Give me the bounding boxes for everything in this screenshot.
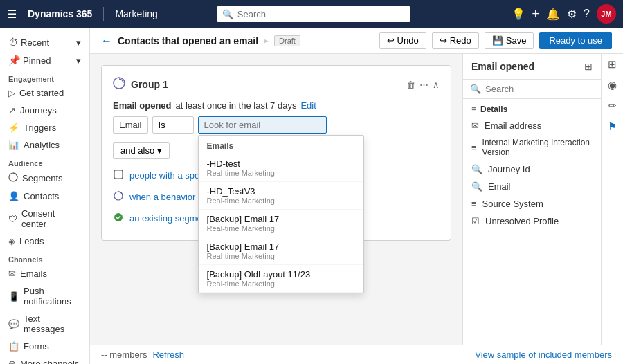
save-label: Save [506,35,527,46]
back-button[interactable]: ← [101,35,112,47]
segments-icon [8,172,18,184]
lightbulb-icon[interactable]: 💡 [512,8,525,21]
list-item[interactable]: [Backup] OldLayout 11/23 Real-time Marke… [199,265,363,293]
clock-icon: ⏱ [8,37,18,48]
email-filter-input[interactable] [198,116,327,134]
filter-label: Email [113,116,148,134]
edit-link[interactable]: Edit [300,100,316,111]
sms-icon: 💬 [8,319,19,329]
save-button[interactable]: 💾 Save [485,32,534,49]
refresh-link[interactable]: Refresh [152,349,184,360]
page-title: Contacts that opened an email [118,35,258,46]
sidebar-item-analytics[interactable]: 📊 Analytics [0,136,89,154]
sidebar-item-pinned[interactable]: 📌 Pinned ▾ [0,51,89,69]
and-also-button[interactable]: and also ▾ [113,142,170,159]
side-icon-circle[interactable]: ◉ [608,79,617,91]
gear-icon[interactable]: ⚙ [567,8,577,21]
collapse-icon[interactable]: ∧ [433,80,440,90]
unresolved-icon: ☑ [471,216,480,226]
delete-icon[interactable]: 🗑 [406,80,415,90]
journey-id-icon: 🔍 [471,164,482,174]
right-item-email-address[interactable]: ✉ Email address [463,117,601,134]
search-bar[interactable]: 🔍 [217,6,410,22]
internal-marketing-label: Internal Marketing Interaction Version [482,138,593,157]
expand-icon[interactable]: ⊞ [584,61,593,72]
chevron-pinned-icon: ▾ [76,55,81,66]
redo-button[interactable]: ↪ Redo [432,32,479,49]
hamburger-icon[interactable]: ☰ [7,8,17,21]
item-sub: Real-time Marketing [207,280,355,288]
ready-button[interactable]: Ready to use [539,32,612,49]
list-item[interactable]: -HD-test Real-time Marketing [199,154,363,182]
view-sample-link[interactable]: View sample of included members [475,349,612,360]
plus-icon[interactable]: + [532,7,540,21]
email-address-icon: ✉ [471,120,479,131]
search-input[interactable] [237,9,405,19]
sidebar-item-segments[interactable]: Segments [0,169,89,188]
dropdown-scroll-area[interactable]: -HD-test Real-time Marketing -HD_TestV3 … [199,154,363,293]
avatar[interactable]: JM [597,4,616,24]
list-item[interactable]: -HD_TestV3 Real-time Marketing [199,182,363,210]
sidebar-item-leads[interactable]: ◈ Leads [0,233,89,250]
right-section-details: ≡ Details [463,99,601,117]
list-item[interactable]: [Backup] Email 17 Real-time Marketing [199,237,363,265]
sidebar-item-triggers[interactable]: ⚡ Triggers [0,119,89,136]
item-name: [Backup] Email 17 [207,242,355,252]
side-icon-pencil[interactable]: ✏ [608,100,617,112]
also-chevron-icon: ▾ [157,145,162,156]
dropdown-header: Emails [199,136,363,154]
segment-icon [113,212,124,225]
operator-select-wrapper: Is [152,116,194,134]
item-name: -HD-test [207,158,355,169]
side-icon-flag[interactable]: ⚑ [608,120,617,133]
play-icon: ▷ [8,88,15,98]
sidebar-item-more-channels[interactable]: ⊕ More channels [0,355,89,364]
sidebar-item-push[interactable]: 📱 Push notifications [0,282,89,310]
more-icon[interactable]: ⋯ [419,80,428,90]
bell-icon[interactable]: 🔔 [546,8,560,21]
right-item-unresolved-profile[interactable]: ☑ Unresolved Profile [463,212,601,230]
right-item-email[interactable]: 🔍 Email [463,178,601,195]
sidebar-item-consent-center[interactable]: 🛡 Consent center [0,205,89,233]
right-item-internal-marketing[interactable]: ≡ Internal Marketing Interaction Version [463,134,601,161]
sidebar-item-emails[interactable]: ✉ Emails [0,265,89,282]
sidebar-item-contacts[interactable]: 👤 Contacts [0,188,89,205]
channels-section-title: Channels [0,250,89,265]
sidebar-item-text-messages[interactable]: 💬 Text messages [0,310,89,338]
status-bar: -- members Refresh View sample of includ… [90,345,623,364]
side-icon-table[interactable]: ⊞ [608,58,617,71]
toolbar: ← Contacts that opened an email ▸ Draft … [90,28,623,54]
item-sub: Real-time Marketing [207,169,355,177]
condition-detail: at least once in the last 7 days [176,100,297,111]
item-sub: Real-time Marketing [207,252,355,260]
redo-label: Redo [450,35,471,46]
sidebar-item-journeys[interactable]: ↗ Journeys [0,102,89,119]
email-item-icon: 🔍 [471,181,482,192]
right-item-journey-id[interactable]: 🔍 Journey Id [463,161,601,178]
nav-icons: 💡 + 🔔 ⚙ ? JM [512,4,616,24]
right-search-input[interactable] [485,84,601,94]
consent-label: Consent center [21,208,81,229]
contacts-label: Contacts [24,191,59,201]
engagement-section-title: Engagement [0,69,89,84]
emails-icon: ✉ [8,269,16,279]
operator-select[interactable]: Is [152,116,194,134]
email-dropdown-container: Emails -HD-test Real-time Marketing -HD_… [198,116,327,134]
help-icon[interactable]: ? [584,8,590,20]
right-panel-header: Email opened ⊞ [463,54,601,80]
sidebar-item-forms[interactable]: 📋 Forms [0,338,89,355]
audience-section-title: Audience [0,154,89,169]
behavior-icon [113,190,124,203]
sidebar-item-get-started[interactable]: ▷ Get started [0,84,89,102]
analytics-icon: 📊 [8,140,19,150]
list-item[interactable]: [Backup] Email 17 Real-time Marketing [199,210,363,237]
right-item-source-system[interactable]: ≡ Source System [463,195,601,212]
right-search-icon: 🔍 [470,84,481,94]
consent-icon: 🛡 [8,214,17,224]
and-also-label: and also [120,145,154,156]
sidebar-item-recent[interactable]: ⏱ Recent ▾ [0,33,89,51]
module-name: Marketing [109,8,163,19]
leads-icon: ◈ [8,236,15,246]
email-dropdown: Emails -HD-test Real-time Marketing -HD_… [198,135,364,293]
undo-button[interactable]: ↩ Undo [379,32,426,49]
